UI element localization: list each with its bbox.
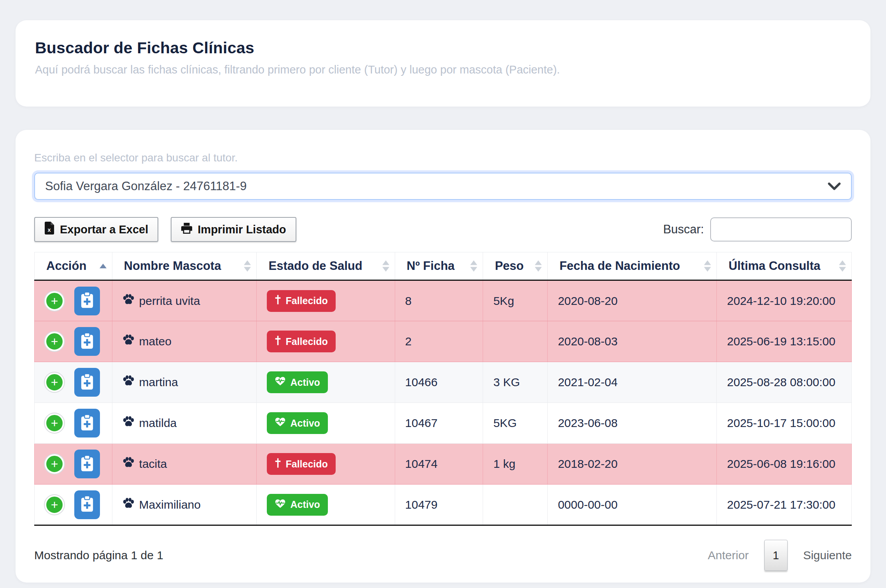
expand-row-button[interactable]: +: [45, 454, 64, 474]
toolbar: x Exportar a Excel Imprimir Listado Busc…: [34, 217, 852, 242]
svg-text:x: x: [48, 227, 51, 233]
previous-page-button[interactable]: Anterior: [708, 549, 749, 562]
ultima-consulta-cell: 2024-12-10 19:20:00: [717, 280, 852, 321]
table-row: +tacitaFallecido104741 kg2018-02-202025-…: [35, 444, 852, 485]
tutor-select[interactable]: Sofia Vergara González - 24761181-9: [34, 173, 852, 200]
page-title: Buscador de Fichas Clínicas: [35, 39, 851, 57]
status-badge: Activo: [267, 412, 327, 434]
ficha-cell: 10474: [395, 444, 483, 485]
sort-icon: [382, 261, 389, 272]
fichas-table: Acción Nombre Mascota Estado de Salud Nº…: [34, 252, 852, 526]
table-row: +mateoFallecido22020-08-032025-06-19 13:…: [35, 321, 852, 362]
ficha-cell: 10479: [395, 485, 483, 525]
pet-name: tacita: [139, 457, 167, 471]
status-badge: Activo: [267, 494, 327, 516]
chevron-down-icon: [828, 179, 841, 193]
page-summary: Mostrando página 1 de 1: [34, 549, 163, 562]
intro-card: Buscador de Fichas Clínicas Aquí podrá b…: [16, 20, 870, 107]
heart-pulse-icon: [275, 417, 286, 429]
medical-record-button[interactable]: [74, 490, 100, 519]
ultima-consulta-cell: 2025-08-28 08:00:00: [717, 362, 852, 403]
action-cell: +: [35, 321, 112, 362]
expand-row-button[interactable]: +: [45, 495, 64, 514]
status-cell: Activo: [257, 485, 395, 525]
nacimiento-cell: 2020-08-03: [548, 321, 717, 362]
paw-icon: [123, 375, 135, 389]
expand-row-button[interactable]: +: [45, 291, 64, 311]
nacimiento-cell: 2023-06-08: [548, 403, 717, 444]
status-badge: Activo: [267, 371, 327, 393]
column-header-peso[interactable]: Peso: [483, 252, 548, 280]
pet-name-cell: martina: [112, 362, 257, 403]
peso-cell: 3 KG: [483, 362, 548, 403]
medical-record-button[interactable]: [74, 368, 100, 397]
medical-record-button[interactable]: [74, 287, 100, 315]
pet-name-cell: mateo: [112, 321, 257, 362]
ultima-consulta-cell: 2025-06-08 19:16:00: [717, 444, 852, 485]
column-header-nacimiento[interactable]: Fecha de Nacimiento: [548, 252, 717, 280]
pet-name: perrita uvita: [139, 294, 200, 308]
clipboard-medical-icon: [81, 495, 94, 514]
sort-icon: [839, 261, 846, 272]
nacimiento-cell: 2020-08-20: [548, 280, 717, 321]
next-page-button[interactable]: Siguiente: [803, 549, 852, 562]
status-cell: Activo: [257, 403, 395, 444]
status-badge: Fallecido: [267, 453, 335, 475]
clipboard-medical-icon: [81, 455, 94, 473]
paw-icon: [123, 334, 135, 348]
column-header-ficha[interactable]: Nº Ficha: [395, 252, 483, 280]
search-input[interactable]: [710, 217, 852, 242]
export-excel-label: Exportar a Excel: [60, 223, 148, 236]
nacimiento-cell: 0000-00-00: [548, 485, 717, 525]
table-row: +matildaActivo104675KG2023-06-082025-10-…: [35, 403, 852, 444]
export-excel-button[interactable]: x Exportar a Excel: [34, 217, 158, 242]
pet-name: martina: [139, 376, 178, 389]
expand-row-button[interactable]: +: [45, 413, 64, 433]
peso-cell: [483, 321, 548, 362]
ficha-cell: 8: [395, 280, 483, 321]
print-list-label: Imprimir Listado: [198, 223, 286, 236]
search-card: Escriba en el selector para buscar al tu…: [16, 130, 870, 583]
clipboard-medical-icon: [81, 332, 94, 351]
column-header-estado-salud[interactable]: Estado de Salud: [257, 252, 395, 280]
medical-record-button[interactable]: [74, 450, 100, 478]
search-label: Buscar:: [663, 222, 704, 236]
pet-name-cell: perrita uvita: [112, 280, 257, 321]
column-header-ultima-consulta[interactable]: Última Consulta: [717, 252, 852, 280]
status-badge: Fallecido: [267, 331, 335, 352]
cross-icon: [275, 458, 281, 470]
table-row: +martinaActivo104663 KG2021-02-042025-08…: [35, 362, 852, 403]
action-cell: +: [35, 444, 112, 485]
paw-icon: [123, 457, 135, 471]
tutor-select-hint: Escriba en el selector para buscar al tu…: [34, 152, 852, 164]
sort-icon: [704, 261, 711, 272]
sort-ascending-icon: [100, 264, 107, 268]
nacimiento-cell: 2021-02-04: [548, 362, 717, 403]
pagination: Anterior 1 Siguiente: [708, 540, 852, 571]
pet-name: mateo: [139, 335, 172, 348]
pet-name: matilda: [139, 416, 177, 430]
medical-record-button[interactable]: [74, 327, 100, 356]
ficha-cell: 10467: [395, 403, 483, 444]
page-number-button[interactable]: 1: [764, 540, 788, 571]
action-cell: +: [35, 403, 112, 444]
status-cell: Fallecido: [257, 444, 395, 485]
clipboard-medical-icon: [81, 414, 94, 432]
table-search: Buscar:: [663, 217, 852, 242]
heart-pulse-icon: [275, 499, 286, 511]
print-icon: [181, 222, 193, 237]
table-header-row: Acción Nombre Mascota Estado de Salud Nº…: [35, 252, 852, 280]
paw-icon: [123, 416, 135, 430]
column-header-accion[interactable]: Acción: [35, 252, 112, 280]
table-row: +perrita uvitaFallecido85Kg2020-08-20202…: [35, 280, 852, 321]
column-header-nombre-mascota[interactable]: Nombre Mascota: [112, 252, 257, 280]
ultima-consulta-cell: 2025-10-17 15:00:00: [717, 403, 852, 444]
action-cell: +: [35, 485, 112, 525]
status-badge: Fallecido: [267, 290, 335, 312]
print-list-button[interactable]: Imprimir Listado: [171, 217, 296, 242]
clipboard-medical-icon: [81, 292, 94, 310]
expand-row-button[interactable]: +: [45, 373, 64, 392]
medical-record-button[interactable]: [74, 409, 100, 438]
expand-row-button[interactable]: +: [45, 332, 64, 351]
tutor-select-value: Sofia Vergara González - 24761181-9: [45, 179, 247, 193]
